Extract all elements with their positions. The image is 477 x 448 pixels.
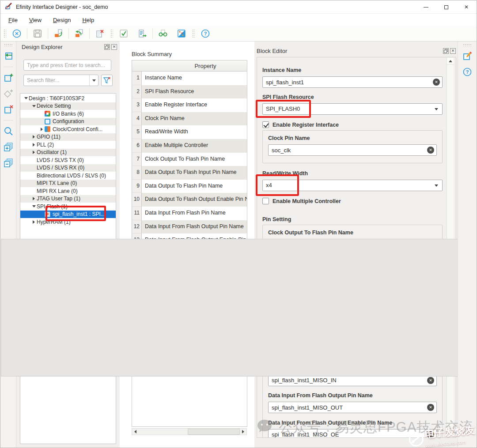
tree-expander-icon[interactable] bbox=[31, 103, 37, 109]
scroll-right-arrow[interactable] bbox=[240, 429, 246, 435]
tree-item-spi-flash-1[interactable]: SPI Flash (1) bbox=[20, 203, 116, 211]
tree-item-design-ti60f100s3f2[interactable]: Design : Ti60F100S3F2 bbox=[20, 94, 116, 102]
table-row[interactable]: 11Data Input From Flash Pin Name bbox=[132, 207, 247, 220]
menu-design[interactable]: Design bbox=[49, 15, 75, 25]
interface-designer-button[interactable] bbox=[175, 27, 188, 40]
filter-combobox[interactable]: Search filter... bbox=[23, 75, 98, 86]
tree-expander-icon[interactable] bbox=[23, 95, 29, 101]
scroll-left-arrow[interactable] bbox=[132, 429, 138, 435]
instance-name-input[interactable] bbox=[262, 76, 443, 88]
menu-help[interactable]: Help bbox=[78, 15, 98, 25]
block-summary-hscrollbar[interactable] bbox=[132, 428, 247, 435]
table-row[interactable]: 6Enable Multiple Controller bbox=[132, 139, 247, 153]
read-write-width-select[interactable]: x4 bbox=[262, 180, 443, 191]
toolbar-grip[interactable] bbox=[192, 29, 195, 38]
maximize-button[interactable] bbox=[436, 0, 456, 14]
close-interface-button[interactable] bbox=[10, 27, 23, 40]
clear-field-icon[interactable]: ✕ bbox=[427, 147, 434, 154]
toolbar-grip[interactable] bbox=[4, 29, 6, 38]
dock-grip[interactable] bbox=[4, 44, 13, 46]
back-to-block-button[interactable] bbox=[2, 50, 15, 62]
table-row[interactable]: 3Enable Register Interface bbox=[132, 98, 247, 112]
clear-field-icon[interactable]: ✕ bbox=[427, 404, 434, 411]
edit-block-button[interactable] bbox=[461, 50, 473, 62]
expand-all-button[interactable] bbox=[2, 141, 15, 153]
spi-flash-resource-select[interactable]: SPI_FLASH0 bbox=[262, 103, 443, 115]
clock-pin-name-input[interactable] bbox=[268, 144, 437, 156]
tree-expander-icon[interactable] bbox=[31, 143, 37, 147]
close-panel-icon[interactable]: ✕ bbox=[450, 48, 456, 54]
tree-item-spi-flash-inst1-spi[interactable]: spi_flash_inst1 : SPI... bbox=[20, 211, 116, 218]
field-data-input-from-flash-output-enable-pin-name: Data Input From Flash Output Enable Pin … bbox=[268, 420, 437, 438]
menu-file[interactable]: File bbox=[4, 15, 22, 25]
save-button[interactable] bbox=[31, 27, 44, 40]
menu-view[interactable]: View bbox=[25, 15, 46, 25]
float-panel-icon[interactable] bbox=[443, 48, 449, 54]
tree-item-device-setting[interactable]: Device Setting bbox=[20, 102, 116, 110]
create-junction-button[interactable] bbox=[2, 87, 15, 100]
delete-block-button[interactable] bbox=[2, 103, 15, 116]
float-panel-icon[interactable] bbox=[104, 44, 110, 50]
tree-item-oscillator-1[interactable]: Oscillator (1) bbox=[20, 149, 116, 157]
tree-item-pll-2[interactable]: PLL (2) bbox=[20, 141, 116, 149]
tree-item-i-o-banks-6[interactable]: I/O Banks (6) bbox=[20, 110, 116, 118]
table-row[interactable]: 10Data Output To Flash Output Enable Pin… bbox=[132, 193, 247, 207]
tree-item-jtag-user-tap-1[interactable]: JTAG User Tap (1) bbox=[20, 195, 116, 203]
tree-item-lvds-slvs-rx-0[interactable]: LVDS / SLVS RX (0) bbox=[20, 164, 116, 172]
toolbar-grip[interactable] bbox=[110, 29, 113, 38]
delete-doc-button[interactable] bbox=[93, 27, 106, 40]
close-panel-icon[interactable]: ✕ bbox=[111, 44, 117, 50]
minimize-button[interactable] bbox=[416, 0, 436, 14]
vscroll-thumb[interactable] bbox=[1, 239, 476, 376]
tree-item-gpio-11[interactable]: GPIO (11) bbox=[20, 133, 116, 141]
tree-expander-icon[interactable] bbox=[31, 203, 37, 209]
dock-grip[interactable] bbox=[463, 44, 472, 46]
data-input-from-flash-output-enable-pin-name-input[interactable] bbox=[268, 429, 437, 438]
check-prior-block-button[interactable] bbox=[52, 27, 65, 40]
hscroll-thumb[interactable] bbox=[188, 429, 240, 435]
filter-dropdown-arrow[interactable] bbox=[89, 75, 98, 86]
search-input[interactable] bbox=[23, 60, 111, 71]
table-row[interactable]: 7Clock Output To Flash Pin Name bbox=[132, 153, 247, 166]
tree-item-clock-control-confi[interactable]: Clock/Control Confi... bbox=[20, 125, 116, 133]
tree-expander-icon[interactable] bbox=[31, 220, 37, 224]
table-row[interactable]: 5Read/Write Width bbox=[132, 125, 247, 139]
clear-field-icon[interactable]: ✕ bbox=[433, 79, 440, 86]
data-input-from-flash-output-pin-name-input[interactable] bbox=[268, 402, 437, 413]
tree-item-mipi-tx-lane-0[interactable]: MIPI TX Lane (0) bbox=[20, 180, 116, 188]
clear-field-icon[interactable]: ✕ bbox=[427, 377, 434, 384]
show-connections-button[interactable] bbox=[156, 27, 170, 40]
check-next-block-button[interactable] bbox=[72, 27, 86, 40]
close-button[interactable]: ✕ bbox=[456, 0, 477, 14]
tree-item-mipi-rx-lane-0[interactable]: MIPI RX Lane (0) bbox=[20, 187, 116, 195]
tree-item-bidirectional-lvds-slvs-0[interactable]: Bidirectional LVDS / SLVS (0) bbox=[20, 172, 116, 180]
create-block-button[interactable] bbox=[2, 72, 15, 84]
clear-field-icon[interactable]: ✕ bbox=[427, 431, 434, 438]
clear-filter-button[interactable] bbox=[101, 75, 113, 86]
property-column-header[interactable]: Property bbox=[132, 60, 247, 72]
table-row[interactable]: 9Data Output To Flash Pin Name bbox=[132, 180, 247, 193]
table-row[interactable]: 8Data Output To Flash Input Pin Name bbox=[132, 166, 247, 180]
help-button[interactable]: ? bbox=[461, 66, 473, 78]
row-number: 3 bbox=[132, 98, 142, 112]
table-row[interactable]: 1Instance Name bbox=[132, 72, 247, 85]
select-value: x4 bbox=[263, 180, 442, 191]
table-row[interactable]: 2SPI Flash Resource bbox=[132, 85, 247, 99]
zoom-button[interactable] bbox=[2, 125, 15, 137]
tree-item-hyperram-1[interactable]: HyperRAM (1) bbox=[20, 218, 116, 226]
validate-design-button[interactable] bbox=[117, 27, 130, 40]
tree-expander-icon[interactable] bbox=[31, 135, 37, 139]
collapse-all-button[interactable] bbox=[2, 157, 15, 169]
tree-item-lvds-slvs-tx-0[interactable]: LVDS / SLVS TX (0) bbox=[20, 156, 116, 164]
tree-expander-icon[interactable] bbox=[31, 197, 37, 200]
table-row[interactable]: 4Clock Pin Name bbox=[132, 112, 247, 126]
table-row[interactable]: 12Data Input From Flash Output Pin Name bbox=[132, 220, 247, 234]
tree-expander-icon[interactable] bbox=[31, 151, 37, 154]
tree-item-configuration[interactable]: Configuration bbox=[20, 118, 116, 126]
enable-multiple-controller-checkbox[interactable]: Enable Multiple Controller bbox=[262, 197, 443, 205]
scroll-up-arrow[interactable] bbox=[447, 58, 454, 64]
help-button[interactable]: ? bbox=[199, 27, 212, 40]
tree-expander-icon[interactable] bbox=[39, 128, 45, 131]
enable-register-interface-checkbox[interactable]: Enable Register Interface bbox=[262, 121, 443, 128]
export-design-button[interactable] bbox=[136, 27, 149, 40]
